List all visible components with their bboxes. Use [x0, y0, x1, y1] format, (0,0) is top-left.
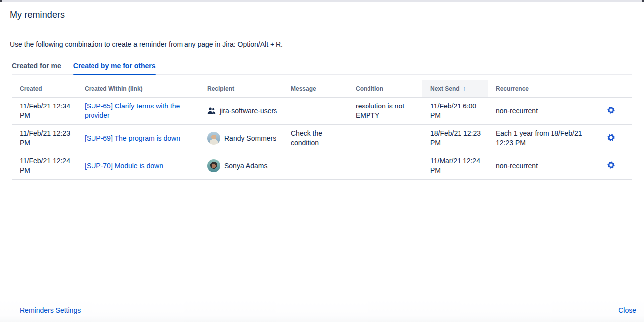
created-within-cell: [SUP-65] Clarify terms with the provider [77, 97, 199, 125]
table-row: 11/Feb/21 12:24 PM[SUP-70] Module is dow… [12, 152, 632, 180]
column-header-condition[interactable]: Condition [348, 80, 422, 97]
recipient-cell: Randy Sommers [199, 125, 283, 152]
column-header-message[interactable]: Message [283, 80, 348, 97]
group-icon [207, 107, 216, 114]
tab-bar: Created for me Created by me for others [12, 62, 632, 75]
page-title: My reminders [10, 10, 634, 20]
actions-cell [589, 97, 632, 125]
reminders-table: Created Created Within (link) Recipient … [12, 80, 632, 180]
page-top-edge [0, 0, 644, 2]
created-within-cell: [SUP-69] The program is down [77, 125, 199, 152]
issue-link[interactable]: [SUP-65] Clarify terms with the provider [85, 102, 180, 119]
column-header-created-within[interactable]: Created Within (link) [77, 80, 199, 97]
condition-cell [348, 152, 422, 180]
issue-link[interactable]: [SUP-70] Module is down [85, 162, 163, 170]
next-send-cell: 18/Feb/21 12:23 PM [422, 125, 488, 152]
reminder-actions-gear-button[interactable] [606, 160, 616, 172]
recipient-name: Sonya Adams [224, 161, 267, 171]
recipient-name: Randy Sommers [224, 134, 276, 143]
gear-icon [607, 161, 615, 171]
column-header-created[interactable]: Created [12, 80, 77, 97]
recipient-cell: Sonya Adams [199, 152, 283, 180]
recurrence-cell: Each 1 year from 18/Feb/21 12:23 PM [488, 125, 589, 152]
avatar [207, 132, 220, 145]
column-header-actions [589, 80, 632, 97]
tab-created-by-me-for-others[interactable]: Created by me for others [73, 62, 156, 74]
sort-ascending-icon: ↑ [463, 85, 466, 92]
created-cell: 11/Feb/21 12:34 PM [12, 97, 77, 125]
dialog-header: My reminders [0, 2, 644, 28]
column-header-recipient[interactable]: Recipient [199, 80, 283, 97]
created-cell: 11/Feb/21 12:23 PM [12, 125, 77, 152]
gear-icon [607, 133, 615, 143]
column-header-next-send[interactable]: Next Send↑ [422, 80, 488, 97]
created-within-cell: [SUP-70] Module is down [77, 152, 199, 180]
dialog-footer: Reminders Settings Close [0, 299, 644, 322]
message-cell: Check the condition [283, 125, 348, 152]
actions-cell [589, 152, 632, 180]
recurrence-cell: non-recurrent [488, 97, 589, 125]
reminder-actions-gear-button[interactable] [606, 132, 616, 144]
close-button[interactable]: Close [618, 306, 636, 314]
message-cell [283, 152, 348, 180]
condition-cell: resolution is not EMPTY [348, 97, 422, 125]
table-row: 11/Feb/21 12:34 PM[SUP-65] Clarify terms… [12, 97, 632, 125]
recipient-cell: jira-software-users [199, 97, 283, 125]
recurrence-cell: non-recurrent [488, 152, 589, 180]
avatar [207, 159, 220, 172]
next-send-cell: 11/Mar/21 12:24 PM [422, 152, 488, 180]
reminder-actions-gear-button[interactable] [606, 105, 616, 117]
gear-icon [607, 106, 615, 116]
table-body: 11/Feb/21 12:34 PM[SUP-65] Clarify terms… [12, 97, 632, 180]
my-reminders-dialog: My reminders Use the following combinati… [0, 0, 644, 322]
table-header-row: Created Created Within (link) Recipient … [12, 80, 632, 97]
column-header-recurrence[interactable]: Recurrence [488, 80, 589, 97]
column-header-next-send-label: Next Send [430, 85, 460, 92]
created-cell: 11/Feb/21 12:24 PM [12, 152, 77, 180]
message-cell [283, 97, 348, 125]
reminders-settings-link[interactable]: Reminders Settings [20, 306, 81, 314]
next-send-cell: 11/Feb/21 6:00 PM [422, 97, 488, 125]
condition-cell [348, 125, 422, 152]
actions-cell [589, 125, 632, 152]
tab-created-for-me[interactable]: Created for me [12, 62, 61, 74]
recipient-name: jira-software-users [220, 107, 277, 116]
dialog-body: Use the following combination to create … [0, 28, 644, 299]
issue-link[interactable]: [SUP-69] The program is down [85, 134, 180, 142]
table-row: 11/Feb/21 12:23 PM[SUP-69] The program i… [12, 125, 632, 152]
shortcut-instruction-text: Use the following combination to create … [0, 28, 644, 48]
